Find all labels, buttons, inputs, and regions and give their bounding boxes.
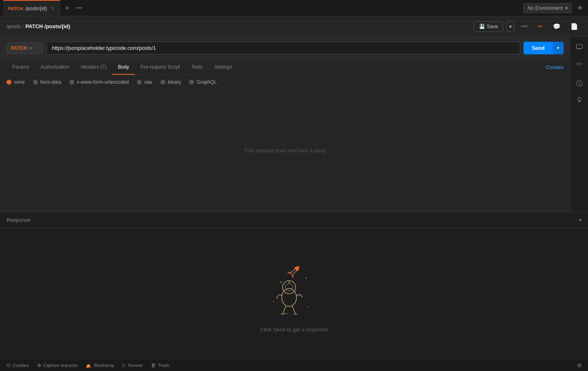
sidebar-comment-button[interactable]	[572, 40, 587, 55]
tab-body[interactable]: Body	[112, 60, 135, 75]
svg-point-3	[579, 82, 580, 83]
response-panel: Response ▾	[0, 212, 588, 359]
radio-dot-raw	[137, 80, 142, 85]
bottom-capture[interactable]: ⊕ Capture requests	[37, 362, 78, 368]
tab-bar-right: No Environment ▾ 👁	[523, 3, 585, 13]
body-content: This request does not have a body	[0, 89, 570, 212]
body-empty-message: This request does not have a body	[244, 148, 325, 154]
runner-label: Runner	[128, 363, 143, 368]
comment-icon	[576, 44, 583, 51]
tab-authorization[interactable]: Authorization	[35, 60, 75, 75]
comment-icon-button[interactable]: 💬	[550, 21, 564, 32]
response-body: Click Send to get a response	[0, 228, 588, 359]
tab-method: PATCH	[8, 6, 23, 11]
svg-rect-0	[577, 45, 582, 49]
runner-icon: ▷	[122, 362, 126, 368]
cookies-label: Cookies	[13, 363, 29, 368]
env-label: No Environment	[528, 5, 563, 11]
bottom-runner[interactable]: ▷ Runner	[122, 362, 143, 368]
save-icon: 💾	[479, 24, 485, 29]
body-type-bar: none form-data x-www-form-urlencoded raw…	[0, 75, 570, 89]
body-type-form-data[interactable]: form-data	[33, 79, 61, 85]
response-hint: Click Send to get a response	[260, 326, 328, 333]
bootcamp-icon: ⛺	[86, 362, 92, 368]
response-header: Response ▾	[0, 212, 588, 228]
request-panel: PATCH ▾ Send ▾ Params Authorization Head…	[0, 37, 570, 212]
url-input[interactable]	[47, 42, 520, 54]
url-bar: PATCH ▾ Send ▾	[0, 37, 570, 60]
response-collapse-icon[interactable]: ▾	[579, 217, 581, 223]
body-type-binary-label: binary	[168, 79, 181, 85]
request-tabs: Params Authorization Headers (7) Body Pr…	[0, 60, 570, 75]
sidebar-code-button[interactable]: </>	[572, 56, 587, 71]
tab-close-icon[interactable]: ✕	[51, 6, 55, 11]
radio-dot-urlencoded	[69, 80, 74, 85]
body-type-raw-label: raw	[144, 79, 152, 85]
tab-pre-request-script[interactable]: Pre-request Script	[135, 60, 186, 75]
tab-params[interactable]: Params	[7, 60, 35, 75]
send-dropdown-button[interactable]: ▾	[553, 42, 564, 54]
method-selector[interactable]: PATCH ▾	[7, 42, 43, 54]
environment-selector[interactable]: No Environment ▾	[523, 3, 572, 13]
main-content: PATCH ▾ Send ▾ Params Authorization Head…	[0, 37, 588, 212]
eye-icon[interactable]: 👁	[575, 3, 585, 13]
astronaut-illustration	[261, 255, 327, 320]
breadcrumb-parent[interactable]: /posts	[7, 23, 21, 29]
save-label: Save	[487, 24, 498, 29]
svg-point-14	[289, 282, 290, 283]
right-sidebar: </>	[570, 37, 588, 212]
tab-actions: + •••	[63, 3, 82, 13]
tab-bar: PATCH /posts/{id} ✕ + ••• No Environment…	[0, 0, 588, 16]
cookies-icon: ⊙	[7, 362, 11, 368]
capture-icon: ⊕	[37, 362, 41, 368]
edit-icon-button[interactable]: ✏	[535, 21, 546, 32]
bottom-trash[interactable]: 🗑 Trash	[151, 362, 169, 368]
body-type-graphql[interactable]: GraphQL	[189, 79, 216, 85]
svg-point-12	[273, 301, 274, 302]
tab-headers[interactable]: Headers (7)	[75, 60, 112, 75]
body-type-none-label: none	[14, 79, 25, 85]
svg-point-13	[308, 306, 309, 308]
radio-dot-binary	[160, 80, 165, 85]
save-dropdown-button[interactable]: ▾	[506, 21, 514, 32]
svg-rect-6	[291, 268, 297, 275]
body-type-graphql-label: GraphQL	[196, 79, 216, 85]
svg-point-11	[306, 278, 307, 279]
body-type-binary[interactable]: binary	[160, 79, 181, 85]
body-type-none[interactable]: none	[7, 79, 25, 85]
bottom-layout[interactable]: ⊞	[577, 362, 581, 368]
active-tab[interactable]: PATCH /posts/{id} ✕	[3, 0, 60, 16]
bottom-bootcamp[interactable]: ⛺ Bootcamp	[86, 362, 114, 368]
svg-point-10	[280, 282, 282, 283]
breadcrumb-current: PATCH /posts/{id}	[25, 23, 70, 29]
svg-point-9	[285, 284, 293, 291]
method-label: PATCH	[11, 45, 27, 51]
save-button[interactable]: 💾 Save	[474, 21, 503, 32]
tab-tests[interactable]: Tests	[186, 60, 209, 75]
breadcrumb: /posts / PATCH /posts/{id}	[7, 23, 474, 29]
sidebar-lightbulb-button[interactable]	[572, 92, 587, 107]
body-type-urlencoded-label: x-www-form-urlencoded	[77, 79, 129, 85]
trash-label: Trash	[158, 363, 169, 368]
layout-icon: ⊞	[577, 362, 581, 368]
send-button[interactable]: Send	[523, 42, 553, 54]
request-header-actions: 💾 Save ▾ ••• ✏ 💬 📄	[474, 21, 581, 32]
body-type-urlencoded[interactable]: x-www-form-urlencoded	[69, 79, 129, 85]
radio-dot-form-data	[33, 80, 38, 85]
new-tab-button[interactable]: +	[63, 3, 71, 13]
bottom-cookies[interactable]: ⊙ Cookies	[7, 362, 29, 368]
breadcrumb-separator: /	[22, 23, 24, 29]
body-type-raw[interactable]: raw	[137, 79, 152, 85]
code-icon: </>	[576, 61, 583, 66]
response-title: Response	[7, 217, 31, 223]
cookies-link[interactable]: Cookies	[546, 65, 564, 70]
doc-icon-button[interactable]: 📄	[567, 21, 581, 32]
trash-icon: 🗑	[151, 362, 156, 368]
tab-more-button[interactable]: •••	[76, 5, 83, 11]
info-icon	[576, 80, 583, 87]
sidebar-info-button[interactable]	[572, 76, 587, 91]
tab-settings[interactable]: Settings	[209, 60, 238, 75]
tab-path: /posts/{id}	[25, 6, 47, 11]
body-type-form-data-label: form-data	[40, 79, 61, 85]
header-more-button[interactable]: •••	[518, 22, 531, 31]
